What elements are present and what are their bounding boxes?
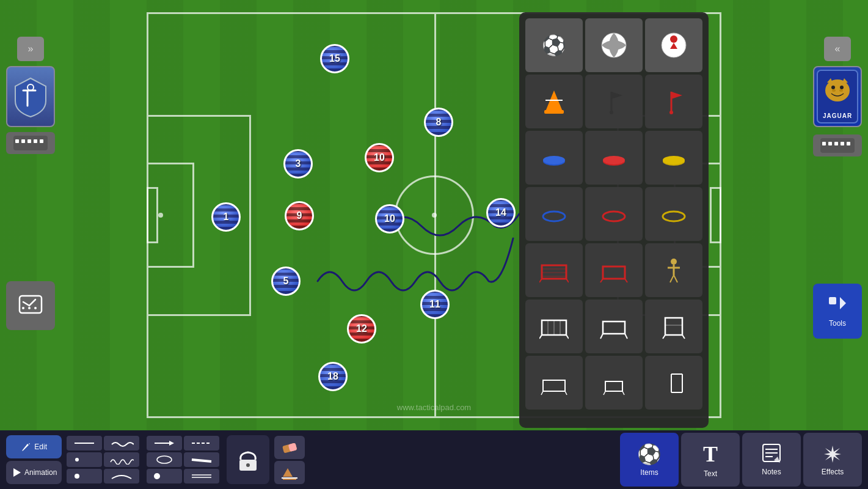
text-tab[interactable]: T Text xyxy=(681,433,740,487)
line-zigzag[interactable] xyxy=(104,452,139,467)
svg-line-92 xyxy=(192,460,211,461)
right-collapse-button[interactable]: « xyxy=(824,37,851,61)
dot-small[interactable] xyxy=(67,452,102,467)
item-cone[interactable] xyxy=(525,75,583,128)
svg-rect-24 xyxy=(841,142,844,145)
svg-point-93 xyxy=(154,473,160,479)
svg-rect-74 xyxy=(543,380,565,391)
item-ring-red[interactable] xyxy=(585,187,643,241)
svg-line-62 xyxy=(539,335,542,339)
item-ring-blue[interactable] xyxy=(525,187,583,241)
line-tools-grid-2 xyxy=(147,436,219,483)
item-goal-white-3[interactable] xyxy=(645,300,702,353)
eraser-all-button[interactable] xyxy=(274,461,305,484)
watermark: www.tacticalpad.com xyxy=(397,403,471,412)
svg-point-46 xyxy=(663,211,685,221)
item-disc-yellow[interactable] xyxy=(645,131,702,185)
svg-rect-67 xyxy=(603,322,625,334)
line-tools-grid xyxy=(67,436,139,483)
effects-tab[interactable]: Effects xyxy=(803,433,862,487)
svg-line-72 xyxy=(682,335,685,339)
dot-medium[interactable] xyxy=(67,469,102,483)
svg-point-86 xyxy=(75,458,79,461)
team-jaguar-badge[interactable]: JAGUAR xyxy=(813,66,862,127)
item-goal-white-2[interactable] xyxy=(585,300,643,353)
right-goal xyxy=(710,187,721,243)
item-flag-black[interactable] xyxy=(585,75,643,128)
player-10-blue[interactable]: 10 xyxy=(375,204,404,233)
soccer-field: www.tacticalpad.com 1 3 5 8 10 11 14 15 … xyxy=(0,0,868,430)
center-circle xyxy=(395,175,474,255)
bottom-toolbar: Edit Animation xyxy=(0,430,868,489)
svg-rect-3 xyxy=(21,139,25,143)
tools-button[interactable]: Tools xyxy=(813,284,862,339)
tools-label: Tools xyxy=(829,319,846,328)
animation-button[interactable]: Animation xyxy=(6,461,62,484)
player-5[interactable]: 5 xyxy=(271,267,301,296)
edit-button[interactable]: Edit xyxy=(6,435,62,458)
player-14[interactable]: 14 xyxy=(486,198,516,227)
item-goal-small-1[interactable] xyxy=(525,356,583,410)
svg-point-45 xyxy=(603,211,625,221)
item-soccer-ball-2[interactable] xyxy=(585,18,643,72)
line-straight[interactable] xyxy=(67,436,102,450)
player-3[interactable]: 3 xyxy=(283,149,313,178)
item-goal-red-2[interactable] xyxy=(585,243,643,297)
items-tab[interactable]: ⚽ Items xyxy=(620,433,679,487)
dot-large[interactable] xyxy=(147,469,182,483)
svg-point-39 xyxy=(543,156,565,164)
svg-marker-84 xyxy=(13,468,21,477)
svg-rect-4 xyxy=(27,139,31,143)
player-18[interactable]: 18 xyxy=(318,362,348,391)
left-expand-button[interactable]: » xyxy=(17,37,44,61)
svg-rect-47 xyxy=(542,265,566,279)
menu-button[interactable] xyxy=(6,281,55,330)
items-label: Items xyxy=(640,468,658,477)
effects-label: Effects xyxy=(822,468,844,476)
player-1[interactable]: 1 xyxy=(211,202,241,232)
circle-tool[interactable] xyxy=(147,452,182,467)
center-dot xyxy=(432,213,437,218)
item-disc-red[interactable] xyxy=(585,131,643,185)
item-goal-small-3[interactable] xyxy=(645,356,702,410)
right-formation-button[interactable] xyxy=(813,134,862,156)
item-soccer-ball-1[interactable]: ⚽ xyxy=(525,18,583,72)
item-goal-small-2[interactable] xyxy=(585,356,643,410)
svg-line-63 xyxy=(566,335,569,339)
eraser-button[interactable] xyxy=(274,436,305,459)
line-thick[interactable] xyxy=(184,452,219,467)
svg-point-37 xyxy=(669,111,673,114)
line-curve[interactable] xyxy=(104,469,139,483)
edit-label: Edit xyxy=(34,443,47,451)
item-mannequin[interactable] xyxy=(645,243,702,297)
player-8[interactable]: 8 xyxy=(424,108,453,137)
arrow-right[interactable] xyxy=(147,436,182,450)
item-ring-yellow[interactable] xyxy=(645,187,702,241)
svg-marker-100 xyxy=(283,468,293,477)
item-goal-red-1[interactable] xyxy=(525,243,583,297)
player-10-red[interactable]: 10 xyxy=(365,143,394,172)
player-9[interactable]: 9 xyxy=(285,201,314,230)
item-flag-red[interactable] xyxy=(645,75,702,128)
line-wavy[interactable] xyxy=(104,436,139,450)
svg-line-71 xyxy=(663,335,665,339)
item-disc-blue[interactable] xyxy=(525,131,583,185)
svg-point-56 xyxy=(671,259,677,265)
item-goal-white-1[interactable] xyxy=(525,300,583,353)
team-blue-badge[interactable] xyxy=(6,66,55,127)
left-formation-button[interactable] xyxy=(6,132,55,154)
player-12[interactable]: 12 xyxy=(347,314,376,344)
svg-point-43 xyxy=(663,156,685,164)
svg-line-76 xyxy=(565,391,567,395)
svg-point-87 xyxy=(75,474,79,479)
line-double[interactable] xyxy=(184,469,219,483)
svg-point-17 xyxy=(832,89,836,92)
svg-line-60 xyxy=(674,275,677,282)
notes-tab[interactable]: Notes xyxy=(742,433,801,487)
player-15[interactable]: 15 xyxy=(320,44,349,73)
svg-point-14 xyxy=(840,86,844,89)
item-soccer-ball-3[interactable] xyxy=(645,18,702,72)
player-11[interactable]: 11 xyxy=(420,290,450,319)
line-dashed[interactable] xyxy=(184,436,219,450)
lock-button[interactable] xyxy=(227,435,269,484)
